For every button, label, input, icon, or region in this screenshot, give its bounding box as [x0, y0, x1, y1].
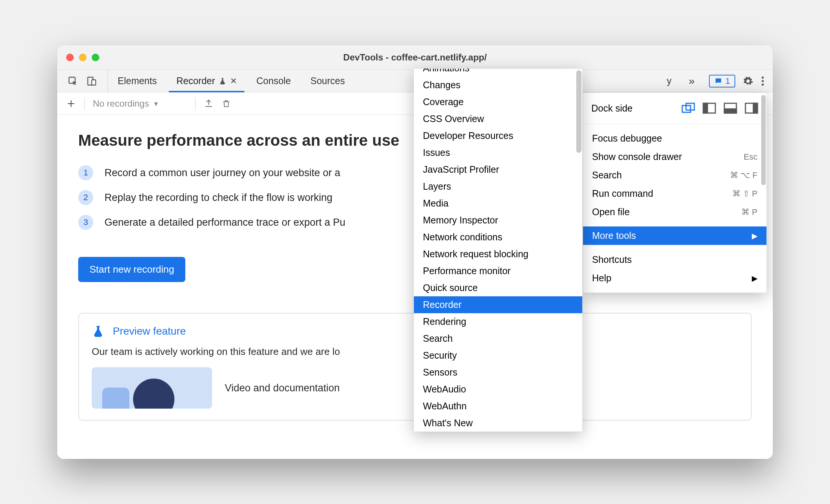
recordings-dropdown[interactable]: No recordings ▾	[93, 98, 187, 109]
submenu-item[interactable]: Issues	[414, 144, 582, 161]
submenu-item-label: Quick source	[423, 282, 478, 293]
menu-item-label: Run command	[592, 188, 653, 199]
submenu-item[interactable]: Network conditions	[414, 229, 582, 246]
menu-item[interactable]: Shortcuts	[583, 250, 766, 269]
inspect-element-icon[interactable]	[68, 76, 78, 86]
dock-undock-icon[interactable]	[682, 103, 695, 114]
menu-item-shortcut: ⌘ ⌥ F	[730, 171, 757, 180]
submenu-item-label: WebAuthn	[423, 401, 466, 412]
menu-item-label: Search	[592, 170, 622, 181]
tab-recorder[interactable]: Recorder ✕	[167, 70, 247, 92]
menu-item-label: Focus debuggee	[592, 133, 662, 144]
submenu-item-label: Memory Inspector	[423, 215, 498, 226]
menu-item[interactable]: Run command⌘ ⇧ P	[583, 184, 766, 203]
chevron-down-icon: ▾	[154, 99, 158, 108]
submenu-item[interactable]: What's New	[414, 415, 582, 432]
tab-elements[interactable]: Elements	[108, 70, 167, 92]
dock-right-icon[interactable]	[745, 103, 758, 114]
submenu-item[interactable]: Coverage	[414, 94, 582, 110]
tab-sources[interactable]: Sources	[301, 70, 355, 92]
delete-icon[interactable]	[222, 99, 231, 109]
close-tab-icon[interactable]: ✕	[230, 76, 237, 86]
submenu-item[interactable]: Search	[414, 330, 582, 347]
submenu-item[interactable]: JavaScript Profiler	[414, 161, 582, 178]
submenu-item-label: Network request blocking	[423, 249, 529, 260]
submenu-scrollbar[interactable]	[576, 70, 582, 153]
start-recording-button[interactable]: Start new recording	[78, 257, 185, 282]
submenu-item[interactable]: Network request blocking	[414, 246, 582, 263]
submenu-item-label: Rendering	[423, 316, 466, 327]
submenu-item[interactable]: Rendering	[414, 313, 582, 330]
submenu-item-label: What's New	[423, 418, 473, 429]
toolbar-divider	[195, 97, 195, 110]
device-toolbar-icon[interactable]	[86, 76, 97, 86]
submenu-item[interactable]: Sensors	[414, 364, 582, 381]
submenu-item-label: WebAudio	[423, 384, 466, 395]
dock-bottom-icon[interactable]	[724, 103, 737, 114]
submenu-item-label: Animations	[423, 68, 470, 74]
submenu-item-label: Media	[423, 198, 448, 209]
submenu-item-label: Performance monitor	[423, 266, 510, 276]
svg-point-3	[762, 76, 764, 78]
main-menu: Dock side Focus debug	[583, 92, 767, 293]
tab-console[interactable]: Console	[247, 70, 301, 92]
menu-item-label: Help	[592, 273, 611, 284]
more-options-icon[interactable]	[761, 76, 765, 86]
submenu-item[interactable]: WebAuthn	[414, 398, 582, 415]
svg-point-5	[762, 83, 764, 86]
submenu-item[interactable]: Security	[414, 347, 582, 364]
menu-more-tools[interactable]: More tools ▶	[583, 226, 766, 245]
submenu-item-label: Coverage	[423, 97, 463, 107]
menu-item-label: Open file	[592, 207, 630, 217]
submenu-item[interactable]: Recorder	[414, 296, 582, 313]
svg-point-4	[762, 80, 764, 82]
submenu-item[interactable]: CSS Overview	[414, 110, 582, 127]
recordings-dropdown-label: No recordings	[93, 98, 149, 109]
menu-item[interactable]: Focus debuggee	[583, 129, 766, 148]
menu-item[interactable]: Open file⌘ P	[583, 203, 766, 221]
submenu-item[interactable]: Animations	[414, 68, 582, 77]
menu-item-label: More tools	[592, 230, 636, 241]
submenu-item[interactable]: WebAudio	[414, 381, 582, 398]
issues-badge[interactable]: 1	[709, 75, 735, 88]
menu-scrollbar[interactable]	[761, 95, 766, 185]
menu-item[interactable]: Search⌘ ⌥ F	[583, 166, 766, 184]
submenu-item-label: Sensors	[423, 367, 457, 378]
svg-rect-2	[92, 80, 96, 85]
submenu-item[interactable]: Memory Inspector	[414, 212, 582, 229]
submenu-arrow-icon: ▶	[752, 231, 757, 240]
submenu-item[interactable]: Developer Resources	[414, 127, 582, 144]
submenu-item[interactable]: Changes	[414, 77, 582, 94]
submenu-item-label: Layers	[423, 181, 451, 192]
submenu-item-label: JavaScript Profiler	[423, 164, 499, 175]
submenu-item-label: Network conditions	[423, 232, 502, 243]
menu-item[interactable]: Help▶	[583, 269, 766, 287]
truncated-tab-suffix: y	[667, 75, 675, 86]
svg-rect-11	[724, 109, 736, 113]
dock-left-icon[interactable]	[703, 103, 716, 114]
menu-item-label: Show console drawer	[592, 151, 682, 162]
issues-count: 1	[725, 76, 730, 86]
export-icon[interactable]	[204, 99, 214, 109]
submenu-item-label: Changes	[423, 80, 460, 91]
menu-item[interactable]: Show console drawerEsc	[583, 148, 766, 166]
menu-item-shortcut: Esc	[744, 152, 757, 162]
overflow-tabs-button[interactable]: »	[682, 75, 701, 87]
flask-icon	[92, 325, 105, 338]
submenu-item[interactable]: Media	[414, 195, 582, 212]
submenu-item[interactable]: Layers	[414, 178, 582, 195]
svg-rect-9	[703, 103, 707, 113]
step-text: Replay the recording to check if the flo…	[105, 192, 332, 204]
toolbar-divider	[84, 97, 85, 110]
video-thumbnail[interactable]	[92, 367, 212, 409]
submenu-item[interactable]: Performance monitor	[414, 263, 582, 279]
submenu-item-label: Developer Resources	[423, 130, 513, 141]
settings-icon[interactable]	[743, 76, 753, 86]
submenu-item[interactable]: Quick source	[414, 279, 582, 296]
titlebar: DevTools - coffee-cart.netlify.app/	[57, 45, 773, 70]
new-recording-button[interactable]	[66, 99, 76, 109]
submenu-arrow-icon: ▶	[752, 274, 757, 283]
step-text: Record a common user journey on your web…	[105, 167, 340, 179]
submenu-item-label: Recorder	[423, 299, 462, 310]
submenu-item-label: Security	[423, 350, 457, 361]
